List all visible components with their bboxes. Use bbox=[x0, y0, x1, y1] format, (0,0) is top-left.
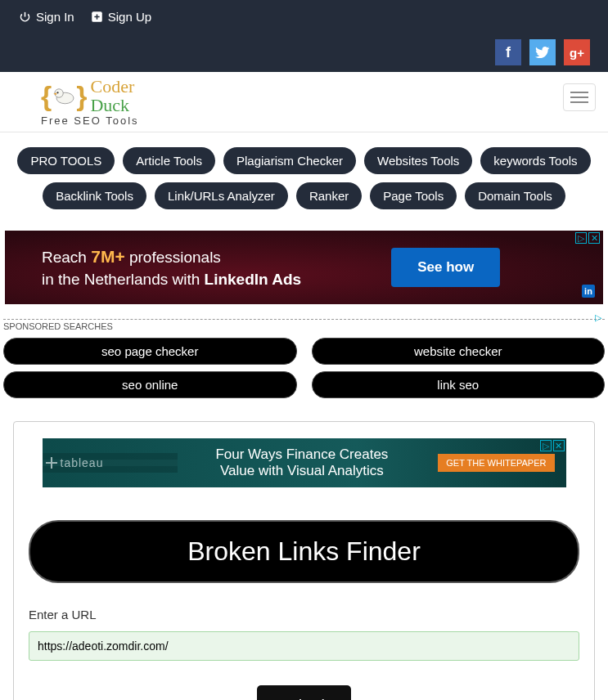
logo-line1: Coder bbox=[90, 77, 134, 96]
logo[interactable]: { } Coder Duck Free SEO Tools bbox=[41, 77, 139, 127]
logo-bar: { } Coder Duck Free SEO Tools bbox=[0, 72, 608, 132]
auth-links: Sign In Sign Up bbox=[12, 8, 596, 25]
ad2-headline: Four Ways Finance Creates Value with Vis… bbox=[178, 446, 427, 480]
adchoices-icon[interactable]: ▷ bbox=[595, 312, 601, 323]
ad1-cta-button[interactable]: See how bbox=[391, 248, 500, 287]
url-input[interactable] bbox=[29, 631, 579, 661]
adchoices-icon[interactable]: ▷ bbox=[540, 440, 552, 451]
ad1-text: Reach 7M+ professionals in the Netherlan… bbox=[42, 245, 301, 290]
tool-title-bar: Broken Links Finder bbox=[29, 520, 579, 583]
nav-article-tools[interactable]: Article Tools bbox=[123, 147, 215, 174]
duck-icon bbox=[52, 86, 76, 105]
signin-link[interactable]: Sign In bbox=[19, 10, 74, 24]
sponsored-item[interactable]: website checker bbox=[312, 338, 606, 365]
sponsored-item[interactable]: seo page checker bbox=[3, 338, 297, 365]
logo-line2: Duck bbox=[90, 96, 134, 114]
menu-toggle[interactable] bbox=[563, 83, 596, 111]
ad-close-icon[interactable]: ✕ bbox=[588, 232, 600, 244]
tool-title: Broken Links Finder bbox=[45, 536, 563, 567]
linkedin-icon: in bbox=[582, 285, 595, 298]
adchoices-icon[interactable]: ▷ bbox=[575, 232, 587, 244]
signin-label: Sign In bbox=[36, 10, 74, 24]
brace-right-icon: } bbox=[76, 80, 87, 112]
submit-button[interactable]: Submit bbox=[257, 685, 350, 700]
tableau-mark-icon bbox=[46, 457, 57, 469]
nav-ranker[interactable]: Ranker bbox=[296, 182, 362, 209]
sponsored-item[interactable]: link seo bbox=[312, 371, 606, 398]
signup-label: Sign Up bbox=[108, 10, 151, 24]
facebook-icon[interactable]: f bbox=[495, 39, 521, 65]
power-icon bbox=[19, 11, 31, 23]
ad2-left-graphic: tableau bbox=[43, 453, 178, 473]
ad-close-icon[interactable]: ✕ bbox=[553, 440, 565, 451]
nav-plagiarism-checker[interactable]: Plagiarism Checker bbox=[223, 147, 356, 174]
signup-link[interactable]: Sign Up bbox=[91, 10, 151, 24]
ad-banner-linkedin[interactable]: ▷ ✕ Reach 7M+ professionals in the Nethe… bbox=[5, 231, 603, 304]
nav-websites-tools[interactable]: Websites Tools bbox=[364, 147, 472, 174]
nav-domain-tools[interactable]: Domain Tools bbox=[465, 182, 565, 209]
ad2-cta-button[interactable]: GET THE WHITEPAPER bbox=[438, 454, 554, 472]
sponsored-item[interactable]: seo online bbox=[3, 371, 297, 398]
googleplus-icon[interactable]: g+ bbox=[564, 39, 590, 65]
tool-panel: ▷ ✕ tableau Four Ways Finance Creates Va… bbox=[13, 421, 595, 700]
ad-controls: ▷ ✕ bbox=[575, 232, 600, 244]
nav-pro-tools[interactable]: PRO TOOLS bbox=[17, 147, 115, 174]
twitter-icon[interactable] bbox=[529, 39, 556, 65]
social-row: f g+ bbox=[495, 39, 590, 65]
svg-point-3 bbox=[57, 92, 59, 93]
nav-keywords-tools[interactable]: keywords Tools bbox=[480, 147, 590, 174]
sponsored-searches: SPONSORED SEARCHES ▷ seo page checker we… bbox=[3, 319, 605, 398]
brace-left-icon: { bbox=[41, 80, 52, 112]
nav-link-urls-analyzer[interactable]: Link/URLs Analyzer bbox=[155, 182, 288, 209]
ad-controls: ▷ ✕ bbox=[540, 440, 565, 451]
ad-banner-tableau[interactable]: ▷ ✕ tableau Four Ways Finance Creates Va… bbox=[43, 438, 566, 487]
plus-square-icon bbox=[91, 11, 103, 23]
nav-backlink-tools[interactable]: Backlink Tools bbox=[43, 182, 146, 209]
hamburger-icon bbox=[570, 92, 588, 93]
logo-tagline: Free SEO Tools bbox=[41, 114, 139, 127]
nav-pills: PRO TOOLS Article Tools Plagiarism Check… bbox=[0, 132, 608, 226]
sponsored-label: SPONSORED SEARCHES bbox=[3, 321, 118, 331]
url-input-label: Enter a URL bbox=[29, 608, 579, 621]
nav-page-tools[interactable]: Page Tools bbox=[370, 182, 457, 209]
top-bar: Sign In Sign Up f g+ bbox=[0, 0, 608, 72]
